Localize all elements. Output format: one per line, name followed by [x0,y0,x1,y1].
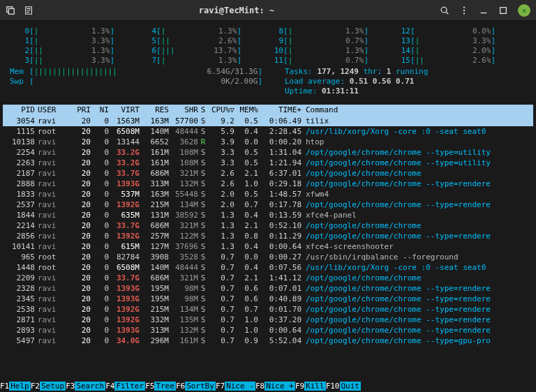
table-row[interactable]: 1115root2006508M140M48444S5.90.42:28.45/… [3,126,533,137]
table-row[interactable]: 2214ravi20033.7G686M321MS1.32.10:52.10/o… [3,220,533,231]
table-row[interactable]: 1844ravi200635M131M38592S1.30.40:13.59xf… [3,210,533,220]
table-row[interactable]: 2209ravi20033.7G686M321MS0.72.11:41.12/o… [3,273,533,283]
cpu-meter-9: 9[|0.7%] [264,36,368,46]
table-row[interactable]: 2328ravi2001393G195M98MS0.70.60:07.01/op… [3,283,533,294]
svg-point-2 [441,7,447,13]
col-user[interactable]: USER [35,105,70,116]
titlebar: ravi@TecMint: ~ ✕ [0,0,536,21]
table-row[interactable]: 1833ravi200537M163M55448S2.00.51:48.57xf… [3,189,533,199]
table-row[interactable]: 10138ravi2001314466523628R3.90.00:00.20h… [3,137,533,147]
fn-f2[interactable]: F2Setup [31,381,66,392]
table-row[interactable]: 2893ravi2001393G313M132MS0.71.00:00.64/o… [3,325,533,336]
new-tab-icon[interactable] [6,6,15,15]
minimize-icon[interactable] [479,6,489,15]
col-shr[interactable]: SHR [169,105,198,116]
fn-f5[interactable]: F5Tree [145,381,176,392]
col-command[interactable]: Command [302,105,532,116]
cpu-meter-0: 0[|1.3%] [10,27,114,36]
cpu-meter-13: 13[|3.3%] [391,36,496,46]
close-icon[interactable]: ✕ [518,4,530,17]
cpu-meter-8: 8[|1.3%] [264,27,368,36]
table-row[interactable]: 10141ravi200615M127M37696S1.30.40:00.64x… [3,241,533,252]
table-row[interactable]: 2537ravi2001392G215M134MS2.00.70:17.78/o… [3,199,533,210]
table-row[interactable]: 2871ravi2001392G332M135MS0.71.00:37.20/o… [3,315,533,325]
window-title: ravi@TecMint: ~ [34,6,440,15]
swp-meter: Swp[0K/2.00G] [10,77,262,86]
table-row[interactable]: 2538ravi2001392G215M134MS0.70.70:01.70/o… [3,304,533,315]
cpu-meter-3: 3[||3.3%] [10,56,114,66]
maximize-icon[interactable] [498,6,508,15]
table-row[interactable]: 2856ravi2001392G257M122MS1.30.80:11.29/o… [3,231,533,241]
system-info: Tasks: 177, 1249 thr; 1 running Load ave… [285,67,428,96]
svg-rect-1 [8,8,14,14]
col-s[interactable]: S [198,105,208,116]
svg-line-3 [446,12,448,14]
table-row[interactable]: 2888ravi2001393G313M132MS2.61.00:29.18/o… [3,179,533,189]
table-row[interactable]: 2263ravi20033.2G161M108MS3.30.51:21.94/o… [3,158,533,168]
table-row[interactable]: 2345ravi2001393G195M98MS0.70.60:40.89/op… [3,294,533,304]
fn-f4[interactable]: F4Filter [105,381,145,392]
table-row[interactable]: 2187ravi20033.7G686M321MS2.62.16:37.01/o… [3,168,533,179]
col-mem[interactable]: MEM% [234,105,258,116]
svg-point-5 [463,9,465,10]
search-icon[interactable] [440,6,449,15]
table-row[interactable]: 1448root2006508M140M48444S0.70.40:07.56/… [3,262,533,273]
col-ni[interactable]: NI [91,105,109,116]
fn-f1[interactable]: F1Help [0,381,31,392]
table-row[interactable]: 3054ravi2001563M163M57700S9.20.50:06.49t… [3,116,533,126]
col-pri[interactable]: PRI [70,105,91,116]
fn-f3[interactable]: F3Search [66,381,105,392]
column-header[interactable]: PID USER PRI NI VIRT RES SHR S CPU%▽ MEM… [3,105,533,116]
col-virt[interactable]: VIRT [109,105,140,116]
fn-f7[interactable]: F7Nice - [216,381,255,392]
terminal-body[interactable]: 0[|1.3%]1[|3.3%]2[||1.3%]3[||3.3%]4[|1.3… [0,21,536,346]
table-row[interactable]: 965root2008278439083528S0.70.00:00.27/us… [3,252,533,262]
col-pid[interactable]: PID [4,105,35,116]
svg-point-6 [463,13,465,14]
cpu-meter-7: 7[|1.3%] [137,56,241,66]
footer-bar: F1HelpF2Setup F3SearchF4FilterF5Tree F6S… [0,381,536,392]
menu-icon[interactable] [459,6,469,15]
col-time[interactable]: TIME+ [258,105,302,116]
cpu-meters: 0[|1.3%]1[|3.3%]2[||1.3%]3[||3.3%]4[|1.3… [10,27,526,66]
cpu-meter-11: 11[|0.7%] [264,56,368,66]
svg-point-4 [463,6,465,8]
fn-f10[interactable]: F10Quit [326,381,361,392]
fn-f6[interactable]: F6SortBy [176,381,216,392]
cpu-meter-2: 2[||1.3%] [10,46,114,56]
mem-meter: Mem[||||||||||||||||||6.54G/31.3G] [10,67,262,77]
svg-rect-8 [500,7,507,13]
cpu-meter-15: 15[||2.6%] [391,56,496,66]
fn-f9[interactable]: F9Kill [295,381,326,392]
process-list[interactable]: 3054ravi2001563M163M57700S9.20.50:06.49t… [3,116,533,346]
cpu-meter-1: 1[|3.3%] [10,36,114,46]
cpu-meter-14: 14[|2.0%] [391,46,496,56]
cpu-meter-6: 6[|||13.7%] [137,46,241,56]
fn-f8[interactable]: F8Nice + [255,381,295,392]
col-res[interactable]: RES [140,105,169,116]
cpu-meter-5: 5[||2.6%] [137,36,241,46]
cpu-meter-10: 10[|1.3%] [264,46,368,56]
cpu-meter-12: 12[0.0%] [391,27,496,36]
profile-icon[interactable] [24,6,34,15]
cpu-meter-4: 4[|1.3%] [137,27,241,36]
table-row[interactable]: 2254ravi20033.2G161M108MS3.30.51:31.04/o… [3,147,533,158]
table-row[interactable]: 5497ravi20034.0G296M161MS0.70.95:52.04/o… [3,336,533,346]
col-cpu[interactable]: CPU%▽ [208,105,234,116]
